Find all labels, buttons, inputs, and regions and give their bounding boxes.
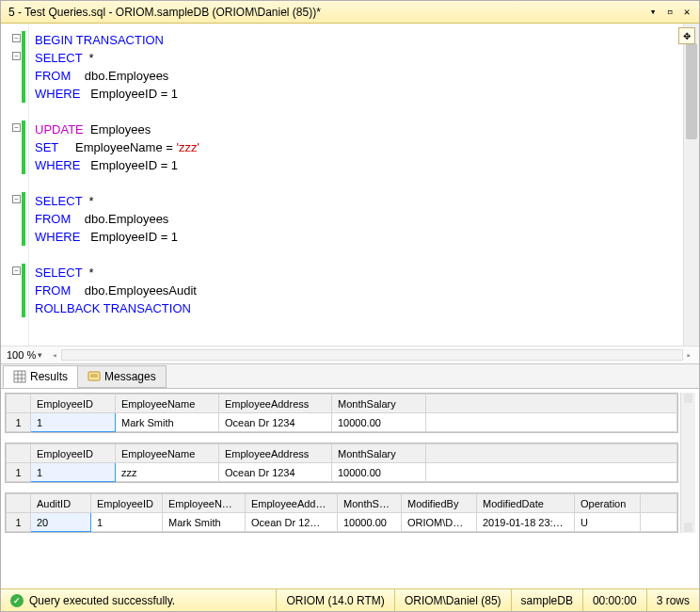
column-header[interactable]: ModifiedDate	[477, 494, 575, 513]
minimize-button[interactable]: ▾	[644, 6, 661, 19]
change-marker	[22, 85, 25, 103]
column-header[interactable]: MonthS…	[338, 494, 402, 513]
tab-messages[interactable]: Messages	[77, 365, 167, 388]
change-marker	[22, 138, 25, 156]
code-line[interactable]: SELECT *	[35, 264, 677, 282]
column-header[interactable]: EmployeeAddress	[219, 395, 332, 413]
change-marker	[22, 192, 25, 210]
column-header[interactable]: EmployeeID	[31, 395, 116, 413]
cell[interactable]: 20	[31, 513, 91, 532]
column-header[interactable]: EmployeeID	[91, 494, 163, 513]
code-line[interactable]: FROM dbo.Employees	[35, 67, 677, 85]
cell[interactable]: Mark Smith	[116, 413, 219, 432]
change-marker	[22, 49, 25, 67]
fold-toggle[interactable]: −	[12, 123, 21, 132]
row-header-corner[interactable]	[7, 395, 31, 413]
cell[interactable]: Mark Smith	[163, 513, 246, 532]
fold-toggle[interactable]: −	[12, 34, 21, 42]
change-marker	[22, 299, 25, 317]
status-server: ORIOM (14.0 RTM)	[277, 589, 394, 611]
sql-editor: −−−−− BEGIN TRANSACTIONSELECT *FROM dbo.…	[1, 24, 699, 364]
result-grid[interactable]: EmployeeIDEmployeeNameEmployeeAddressMon…	[5, 393, 678, 433]
cell[interactable]: 1	[91, 513, 163, 532]
result-grid[interactable]: EmployeeIDEmployeeNameEmployeeAddressMon…	[5, 443, 678, 483]
cell[interactable]: zzz	[116, 463, 219, 482]
cell[interactable]: 1	[31, 413, 116, 432]
results-vscrollbar[interactable]	[680, 393, 695, 533]
cell[interactable]: U	[575, 513, 641, 532]
code-line[interactable]: SET EmployeeName = 'zzz'	[35, 138, 677, 156]
tab-results[interactable]: Results	[3, 365, 78, 388]
code-line[interactable]: FROM dbo.Employees	[35, 210, 677, 228]
cell[interactable]: 10000.00	[332, 463, 426, 482]
column-header[interactable]: Operation	[575, 494, 641, 513]
cell[interactable]: 10000.00	[332, 413, 426, 432]
fold-toggle[interactable]: −	[12, 266, 21, 275]
code-line[interactable]	[35, 103, 677, 121]
cell[interactable]: 10000.00	[338, 513, 402, 532]
code-line[interactable]: BEGIN TRANSACTION	[35, 31, 677, 49]
success-icon: ✓	[10, 594, 24, 607]
row-number[interactable]: 1	[7, 463, 31, 482]
zoom-dropdown-icon[interactable]: ▾	[38, 350, 42, 360]
change-marker	[22, 264, 25, 282]
close-button[interactable]: ✕	[678, 6, 695, 19]
status-login: ORIOM\Daniel (85)	[395, 589, 512, 611]
cell[interactable]: Ocean Dr 1234	[219, 463, 332, 482]
statusbar: ✓ Query executed successfully. ORIOM (14…	[1, 588, 699, 611]
code-line[interactable]: ROLLBACK TRANSACTION	[35, 299, 677, 317]
zoom-level[interactable]: 100 %	[7, 349, 36, 361]
result-tabs: Results Messages	[1, 364, 699, 389]
column-header[interactable]: MonthSalary	[332, 395, 426, 413]
code-line[interactable]	[35, 174, 677, 192]
fold-toggle[interactable]: −	[12, 52, 21, 60]
fold-toggle[interactable]: −	[12, 195, 21, 203]
column-header[interactable]: EmployeeName	[116, 444, 219, 463]
hscroll-right[interactable]: ▸	[685, 350, 693, 360]
editor-hscrollbar[interactable]	[61, 349, 683, 361]
cell[interactable]: 2019-01-18 23:…	[477, 513, 575, 532]
status-elapsed: 00:00:00	[583, 589, 647, 611]
code-line[interactable]: SELECT *	[35, 192, 677, 210]
cell[interactable]: Ocean Dr 1234	[219, 413, 332, 432]
column-header[interactable]: ModifiedBy	[402, 494, 477, 513]
change-marker	[22, 228, 25, 246]
column-header[interactable]: MonthSalary	[332, 444, 426, 463]
code-line[interactable]: WHERE EmployeeID = 1	[35, 85, 677, 103]
cell[interactable]: 1	[31, 463, 116, 482]
row-header-corner[interactable]	[7, 494, 31, 513]
row-number[interactable]: 1	[7, 513, 31, 532]
column-header[interactable]: EmployeeID	[31, 444, 116, 463]
editor-vscrollbar[interactable]	[683, 24, 699, 346]
column-header[interactable]: EmployeeN…	[163, 494, 246, 513]
tab-results-label: Results	[30, 370, 68, 383]
expand-editor-icon[interactable]: ✥	[678, 27, 695, 44]
change-marker	[22, 31, 25, 49]
column-header[interactable]: EmployeeAddress	[219, 444, 332, 463]
code-line[interactable]: FROM dbo.EmployeesAudit	[35, 282, 677, 299]
grid-icon	[13, 370, 26, 383]
tab-messages-label: Messages	[104, 370, 156, 383]
code-line[interactable]: WHERE EmployeeID = 1	[35, 156, 677, 174]
code-line[interactable]: UPDATE Employees	[35, 121, 677, 138]
cell[interactable]: ORIOM\D…	[402, 513, 477, 532]
code-line[interactable]	[35, 246, 677, 264]
row-number[interactable]: 1	[7, 413, 31, 432]
row-header-corner[interactable]	[7, 444, 31, 463]
message-icon	[88, 370, 101, 383]
cell[interactable]: Ocean Dr 12…	[246, 513, 338, 532]
code-line[interactable]: SELECT *	[35, 49, 677, 67]
status-message: Query executed successfully.	[29, 594, 175, 607]
change-marker	[22, 156, 25, 174]
column-header[interactable]: AuditID	[31, 494, 91, 513]
maximize-button[interactable]: ▫	[661, 6, 678, 19]
hscroll-left[interactable]: ◂	[50, 350, 58, 360]
column-header[interactable]: EmployeeName	[116, 395, 219, 413]
column-header[interactable]: EmployeeAdd…	[246, 494, 338, 513]
change-marker	[22, 282, 25, 299]
window-title: 5 - Test Queries.sql - ORIOM.sampleDB (O…	[5, 6, 644, 19]
change-marker	[22, 210, 25, 228]
result-grid[interactable]: AuditIDEmployeeIDEmployeeN…EmployeeAdd…M…	[5, 492, 678, 533]
code-line[interactable]: WHERE EmployeeID = 1	[35, 228, 677, 246]
code-area[interactable]: BEGIN TRANSACTIONSELECT *FROM dbo.Employ…	[29, 24, 683, 346]
